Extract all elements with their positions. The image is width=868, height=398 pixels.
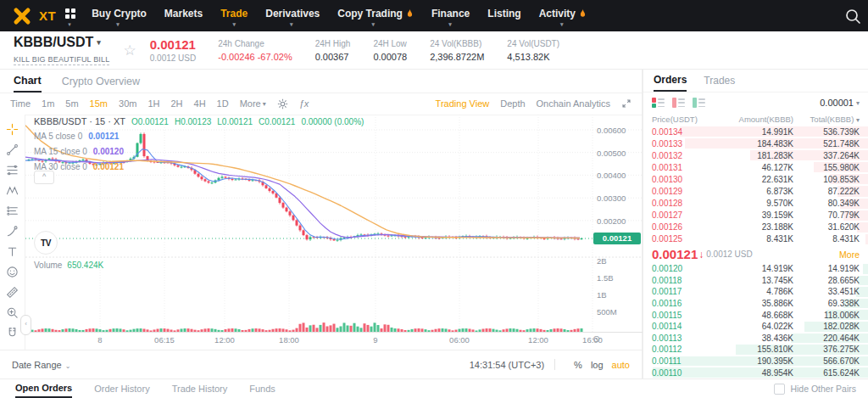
bottom-tab-open-orders[interactable]: Open Orders [15, 379, 72, 398]
bottom-tab-funds[interactable]: Funds [249, 379, 275, 398]
interval-1m[interactable]: 1m [42, 98, 54, 109]
orderbook-tab-orders[interactable]: Orders [654, 70, 687, 92]
legend-collapse-button[interactable]: ^ [34, 171, 54, 184]
ask-row[interactable]: 0.00132181.283K337.264K [643, 149, 868, 161]
bid-row[interactable]: 0.00112155.810K376.275K [643, 344, 868, 356]
bid-row[interactable]: 0.001174.786K33.451K [643, 286, 868, 298]
ask-row[interactable]: 0.001296.873K87.222K [643, 185, 868, 197]
more-link[interactable]: More [839, 249, 860, 260]
ask-row[interactable]: 0.00133184.483K521.748K [643, 137, 868, 149]
ask-row[interactable]: 0.0012739.159K70.779K [643, 210, 868, 221]
chevron-down-icon: ▾ [290, 21, 293, 27]
chart-mode-onchain-analytics[interactable]: Onchain Analytics [537, 98, 610, 109]
precision-dropdown[interactable]: 0.00001▾ [820, 98, 860, 108]
forecast-icon[interactable] [2, 201, 24, 220]
nav-item-finance[interactable]: Finance▾ [431, 8, 470, 24]
book-view-asks-icon[interactable] [672, 98, 685, 108]
bid-row[interactable]: 0.0011464.022K182.028K [643, 321, 868, 333]
interval-30m[interactable]: 30m [119, 98, 136, 109]
last-price-row[interactable]: 0.00121 ↓ 0.0012 USD More [643, 245, 868, 263]
nav-item-derivatives[interactable]: Derivatives▾ [265, 8, 320, 24]
chevron-down-icon: ▾ [233, 21, 236, 27]
nav-item-buy-crypto[interactable]: Buy Crypto▾ [92, 8, 147, 24]
book-view-both-icon[interactable] [652, 98, 665, 108]
search-icon[interactable] [844, 8, 861, 25]
bid-row[interactable]: 0.0012014.919K14.919K [643, 263, 868, 275]
orderbook-tab-trades[interactable]: Trades [704, 70, 735, 92]
nav-item-activity[interactable]: Activity▾ [539, 8, 587, 24]
interval-4h[interactable]: 4H [194, 98, 206, 109]
hide-other-pairs-checkbox[interactable] [774, 384, 785, 395]
tab-crypto-overview[interactable]: Crypto Overview [62, 70, 140, 92]
bid-row[interactable]: 0.0011338.436K220.464K [643, 333, 868, 345]
bid-row[interactable]: 0.0011048.954K615.624K [643, 367, 868, 378]
emoji-icon[interactable] [2, 262, 24, 281]
bottom-tab-trade-history[interactable]: Trade History [172, 379, 228, 398]
log-scale-button[interactable]: log [591, 360, 604, 370]
nav-item-trade[interactable]: Trade▾ [220, 8, 248, 24]
total-column-header[interactable]: Total(KBBB) ▾ [793, 115, 860, 124]
order-price: 0.00133 [652, 139, 718, 149]
interval-2h[interactable]: 2H [170, 98, 182, 109]
hide-other-pairs-toggle[interactable]: Hide Other Pairs [774, 384, 856, 395]
order-amount: 13.745K [718, 276, 793, 285]
ask-row[interactable]: 0.001258.431K8.431K [643, 233, 868, 245]
bid-row[interactable]: 0.00111190.395K566.670K [643, 356, 868, 367]
top-nav: XT ▾ Buy Crypto▾MarketsTrade▾Derivatives… [0, 0, 868, 31]
chart-mode-depth[interactable]: Depth [500, 98, 525, 109]
last-price-tag: 0.00121 [593, 233, 641, 244]
price-axis-label: 0.00200 [597, 216, 626, 226]
tradingview-logo[interactable]: TV [34, 231, 58, 255]
brand-text[interactable]: XT [39, 8, 56, 23]
toolbar-collapse-handle[interactable]: ‹ [20, 315, 31, 335]
ruler-icon[interactable] [2, 283, 24, 301]
tab-chart[interactable]: Chart [14, 70, 42, 92]
interval-5m[interactable]: 5m [65, 98, 78, 109]
percent-scale-button[interactable]: % [574, 360, 582, 370]
bid-row[interactable]: 0.0011548.668K118.006K [643, 309, 868, 321]
price-chart[interactable]: ‹ KBBB/USDT · 15 · XT O0.00121 H0.00123 … [0, 115, 642, 350]
nav-item-listing[interactable]: Listing [487, 8, 520, 24]
crosshair-icon[interactable] [2, 120, 24, 138]
ask-row[interactable]: 0.0013022.631K109.853K [643, 173, 868, 185]
xabcd-pattern-icon[interactable] [2, 181, 24, 199]
bottom-tab-order-history[interactable]: Order History [94, 379, 149, 398]
pair-selector[interactable]: KBBB/USDT ▾ KILL BIG BEAUTIFUL BILL [14, 35, 109, 65]
favorite-star-icon[interactable]: ☆ [123, 42, 136, 59]
fib-retracement-icon[interactable] [2, 160, 24, 179]
chart-clock[interactable]: 14:31:54 (UTC+3) [470, 360, 544, 370]
ask-row[interactable]: 0.0013146.127K155.980K [643, 161, 868, 173]
xt-logo-icon[interactable] [12, 6, 32, 26]
ask-row[interactable]: 0.0013414.991K536.739K [643, 126, 868, 137]
order-price: 0.00129 [652, 187, 718, 196]
interval-1d[interactable]: 1D [217, 98, 229, 109]
bid-row[interactable]: 0.0011813.745K28.665K [643, 275, 868, 287]
book-view-bids-icon[interactable] [693, 98, 705, 108]
chart-mode-trading-view[interactable]: Trading View [436, 98, 490, 109]
fire-icon [405, 8, 414, 19]
auto-scale-button[interactable]: auto [612, 360, 630, 370]
interval-15m[interactable]: 15m [90, 98, 108, 109]
trendline-icon[interactable] [2, 140, 24, 159]
ask-row[interactable]: 0.001289.570K80.349K [643, 198, 868, 210]
brush-icon[interactable] [2, 221, 24, 240]
chevron-down-icon: ▾ [372, 21, 376, 27]
more-intervals-button[interactable]: More▾ [240, 98, 266, 109]
bid-row[interactable]: 0.0011635.886K69.338K [643, 298, 868, 310]
chart-settings-gear-icon[interactable] [277, 98, 288, 109]
nav-item-markets[interactable]: Markets [164, 8, 203, 24]
apps-grid-icon[interactable]: ▾ [64, 8, 76, 24]
price-column-header: Price(USDT) [652, 115, 718, 124]
fullscreen-expand-icon[interactable] [621, 98, 632, 109]
date-range-button[interactable]: Date Range⌄ [12, 360, 70, 370]
ask-row[interactable]: 0.0012623.188K31.620K [643, 221, 868, 233]
orderbook-tabs: OrdersTrades [643, 70, 868, 92]
time-axis-settings-icon[interactable]: ⊙ [593, 334, 600, 345]
nav-item-copy-trading[interactable]: Copy Trading▾ [337, 8, 414, 24]
interval-time[interactable]: Time [10, 98, 31, 109]
pair-full-name[interactable]: KILL BIG BEAUTIFUL BILL [14, 55, 109, 65]
ticker-stat: 24 Vol(KBBB)2,396.8722M [430, 39, 484, 62]
text-icon[interactable] [2, 242, 24, 261]
interval-1h[interactable]: 1H [147, 98, 159, 109]
indicators-fx-icon[interactable]: ƒx [299, 98, 309, 109]
